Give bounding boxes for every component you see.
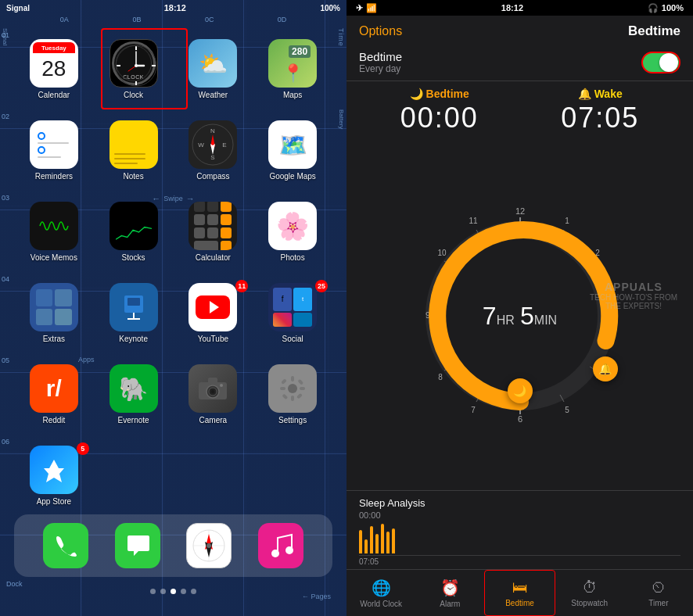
col-label-0c: 0C [174,16,246,23]
right-status-left: ✈ 📶 [356,3,377,13]
app-compass[interactable]: N E S W Compass [174,109,253,191]
battery-right: 100% [662,3,684,13]
settings-label: Settings [278,416,307,424]
col-label-0a: 0A [28,16,101,23]
headphones-icon: 🎧 [648,3,659,13]
svg-text:S: S [211,154,215,161]
chart-bar-7 [392,528,395,553]
phone-icon [53,533,78,558]
youtube-badge: 11 [235,280,248,292]
app-reminders[interactable]: Reminders [14,109,94,191]
app-camera[interactable]: Camera [174,353,253,435]
app-evernote[interactable]: 🐘 Evernote [94,353,174,435]
bedtime-toggle[interactable] [641,52,680,73]
col-label-0d: 0D [246,16,318,23]
world-clock-icon: 🌐 [372,578,391,597]
wake-time-col: 🔔 Wake 07:05 [561,88,639,134]
bedtime-time-value: 00:00 [400,102,479,134]
app-notes[interactable]: Notes [94,109,174,191]
safari-icon [191,528,227,564]
app-appstore[interactable]: 5 App Store [14,435,94,516]
svg-text:5: 5 [565,406,569,414]
svg-text:6: 6 [517,414,522,424]
svg-text:7: 7 [471,406,476,414]
svg-rect-31 [281,378,287,385]
tab-timer[interactable]: ⏲ Timer [624,570,693,616]
app-social[interactable]: 25 f t Social [253,272,332,353]
stocks-label: Stocks [122,253,145,262]
app-googlemaps[interactable]: 🗺️ Google Maps [253,109,332,191]
calendar-date: 28 [41,56,66,81]
svg-point-41 [271,550,279,557]
dock-safari[interactable] [186,523,232,568]
status-right: 100% [320,4,340,13]
left-time: 18:12 [164,3,186,13]
bedtime-subtitle: Every day [359,63,402,74]
compass-icon: N E S W [190,122,235,167]
maps-icon: 280 📍 [268,39,317,88]
svg-text:12: 12 [515,206,524,216]
wake-time-label: 🔔 Wake [578,88,623,100]
app-grid: Tuesday 28 Calendar [14,28,332,516]
options-button[interactable]: Options [359,24,402,38]
photos-icon: 🌸 [268,202,317,250]
bedtime-time-col: 🌙 Bedtime 00:00 [400,88,479,134]
svg-line-7 [128,66,136,71]
tab-timer-label: Timer [648,599,668,607]
photos-label: Photos [281,253,305,262]
svg-marker-15 [210,144,215,155]
app-youtube[interactable]: 11 YouTube [174,272,253,353]
app-reddit[interactable]: r/ Reddit [14,353,94,435]
appstore-icon [30,446,78,494]
svg-rect-29 [280,387,285,390]
clock-brand: CLOCK [123,74,144,80]
dock-messages[interactable] [115,523,160,568]
analysis-time-top: 00:00 [359,510,680,520]
clock-app: ✈ 📶 18:12 🎧 100% Options Bedtime Bedtime… [346,0,693,616]
app-settings[interactable]: Settings [253,353,332,435]
page-dot-2 [160,589,166,594]
app-weather[interactable]: ⛅ Weather [174,28,253,109]
dock-phone[interactable] [43,523,88,568]
app-keynote[interactable]: Keynote [94,272,174,353]
weather-icon: ⛅ [189,39,237,88]
row-label-02: 02 [0,109,14,191]
svg-text:8: 8 [438,373,443,381]
appstore-label: App Store [37,497,71,506]
right-status-bar: ✈ 📶 18:12 🎧 100% [346,0,693,16]
calculator-icon [191,202,235,250]
app-extras[interactable]: Extras [14,272,94,353]
reminders-label: Reminders [35,172,73,181]
bedtime-handle[interactable]: 🌙 [508,378,533,403]
appstore-badge: 5 [77,442,89,455]
social-label: Social [282,335,303,343]
home-screen: Signal 18:12 100% 0A 0B 0C 0D 01 02 03 0… [0,0,346,616]
tab-stopwatch[interactable]: ⏱ Stopwatch [555,570,624,616]
app-maps[interactable]: 280 📍 Maps [253,28,332,109]
reminders-icon [30,120,78,169]
app-clock[interactable]: CLOCK Clock [94,28,174,109]
social-icon: f t [268,283,317,331]
tab-alarm[interactable]: ⏰ Alarm [415,570,484,616]
dock-music[interactable] [258,523,303,568]
timer-icon: ⏲ [651,578,666,596]
calendar-label: Calendar [38,91,70,99]
page-dot-4 [181,589,186,594]
page-dot-3 [171,589,176,594]
tab-bedtime[interactable]: 🛏 Bedtime [484,570,555,616]
tab-world-clock[interactable]: 🌐 World Clock [346,570,415,616]
calculator-label: Calculator [196,253,231,262]
svg-rect-21 [208,378,217,384]
svg-text:W: W [199,141,205,149]
app-calendar[interactable]: Tuesday 28 Calendar [14,28,94,109]
sleep-wheel-container: 12 3 6 9 1 2 4 5 7 8 10 11 🌙 [346,141,693,490]
sleep-analysis: Sleep Analysis 00:00 07:05 [346,490,693,569]
battery-side-label: Battery [338,109,345,129]
svg-point-0 [116,45,156,86]
notes-label: Notes [124,172,144,181]
dock-label: Dock [6,580,23,588]
keynote-icon [110,283,158,331]
svg-rect-30 [300,387,305,390]
analysis-time-bottom: 07:05 [359,557,680,566]
maps-label: Maps [283,91,302,99]
